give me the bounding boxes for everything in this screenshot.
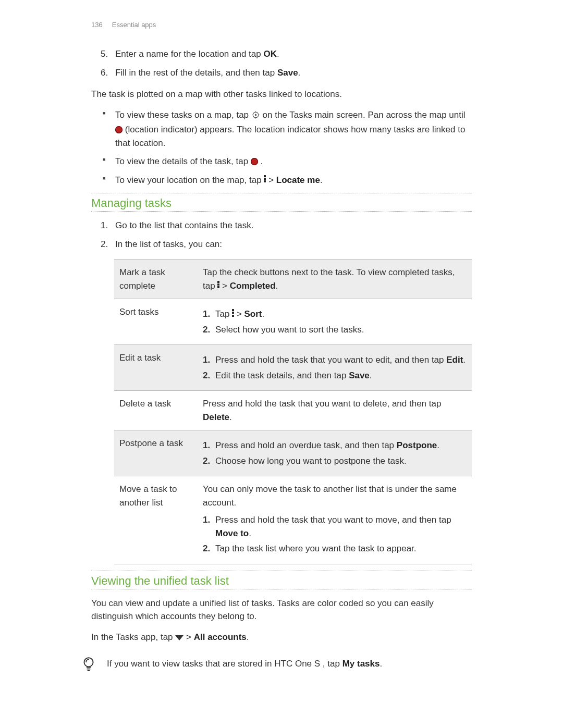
row-desc: Tap > Sort. Select how you want to sort …	[198, 299, 472, 345]
page-number: 136	[91, 21, 103, 29]
compass-icon	[251, 110, 260, 124]
row-desc: Tap the check buttons next to the task. …	[198, 260, 472, 299]
lightbulb-icon	[82, 656, 95, 674]
row-desc: Press and hold the task that you want to…	[198, 345, 472, 391]
map-intro: The task is plotted on a map with other …	[91, 88, 472, 101]
numbered-steps-location: 5. Enter a name for the location and tap…	[91, 47, 472, 79]
step-5: 5. Enter a name for the location and tap…	[115, 47, 472, 61]
unified-p1: You can view and update a unified list o…	[91, 597, 472, 623]
location-indicator-icon	[115, 126, 123, 133]
row-label: Postpone a task	[114, 430, 198, 476]
row-label: Sort tasks	[114, 299, 198, 345]
table-row: Sort tasks Tap > Sort. Select how you wa…	[114, 299, 472, 345]
table-row: Mark a task complete Tap the check butto…	[114, 260, 472, 299]
divider	[91, 211, 472, 212]
divider	[91, 589, 472, 589]
tip-text: If you want to view tasks that are store…	[107, 656, 382, 671]
overflow-menu-icon	[217, 280, 219, 289]
divider	[91, 193, 472, 193]
header-section: Essential apps	[112, 21, 156, 29]
row-label: Edit a task	[114, 345, 198, 391]
managing-steps: 1. Go to the list that contains the task…	[91, 219, 472, 251]
tip-callout: If you want to view tasks that are store…	[91, 656, 472, 674]
table-row: Postpone a task Press and hold an overdu…	[114, 430, 472, 476]
managing-table: Mark a task complete Tap the check butto…	[114, 259, 472, 564]
table-row: Edit a task Press and hold the task that…	[114, 345, 472, 391]
map-bullet-3: To view your location on the map, tap > …	[115, 174, 472, 187]
dropdown-caret-icon	[175, 635, 183, 640]
unified-p2: In the Tasks app, tap > All accounts.	[91, 631, 472, 644]
svg-point-1	[255, 114, 256, 115]
row-label: Delete a task	[114, 391, 198, 430]
page-header: 136 Essential apps	[91, 21, 472, 29]
map-bullet-list: To view these tasks on a map, tap on the…	[91, 108, 472, 187]
map-bullet-1: To view these tasks on a map, tap on the…	[115, 108, 472, 150]
overflow-menu-icon	[264, 174, 266, 183]
row-desc: Press and hold an overdue task, and then…	[198, 430, 472, 476]
section-title-unified: Viewing the unified task list	[91, 574, 472, 588]
map-bullet-2: To view the details of the task, tap .	[115, 155, 472, 168]
divider	[91, 571, 472, 571]
managing-step-2: 2. In the list of tasks, you can:	[115, 238, 472, 251]
overflow-menu-icon	[232, 309, 234, 317]
managing-step-1: 1. Go to the list that contains the task…	[115, 219, 472, 232]
row-label: Mark a task complete	[114, 260, 198, 299]
row-desc: Press and hold the task that you want to…	[198, 391, 472, 430]
location-indicator-icon	[251, 158, 258, 165]
row-desc: You can only move the task to another li…	[198, 476, 472, 564]
table-row: Move a task to another list You can only…	[114, 476, 472, 564]
step-6: 6. Fill in the rest of the details, and …	[115, 66, 472, 80]
table-row: Delete a task Press and hold the task th…	[114, 391, 472, 430]
section-title-managing: Managing tasks	[91, 196, 472, 210]
row-label: Move a task to another list	[114, 476, 198, 564]
